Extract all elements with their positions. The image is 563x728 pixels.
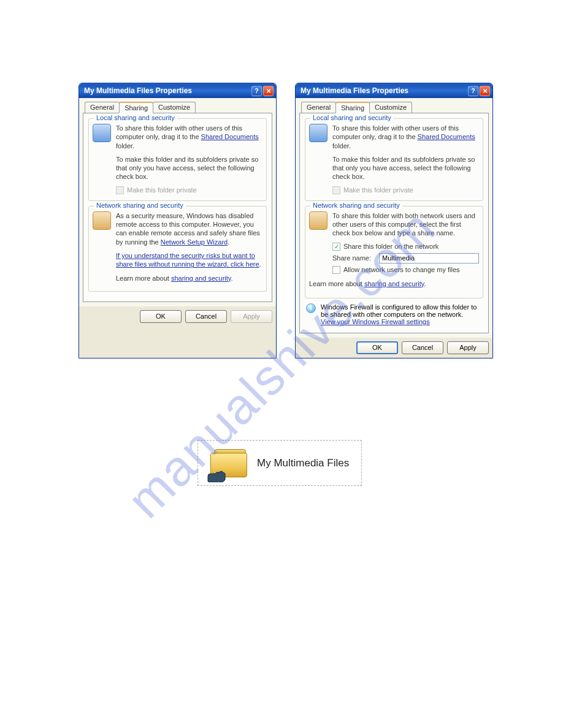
sharing-security-link[interactable]: sharing and security — [171, 275, 231, 282]
private-checkbox — [332, 186, 340, 194]
share-checkbox-row: ✓ Share this folder on the network — [332, 243, 479, 251]
tab-sharing[interactable]: Sharing — [335, 102, 370, 113]
network-risk-link-row: If you understand the security risks but… — [116, 251, 262, 269]
shared-folder-box: My Multimedia Files — [197, 440, 362, 486]
titlebar-right: My Multimedia Files Properties ? ✕ — [296, 83, 492, 98]
firewall-info-text: Windows Firewall is configured to allow … — [321, 303, 482, 318]
private-checkbox-row-right: Make this folder private — [332, 186, 479, 194]
info-icon: i — [306, 303, 316, 313]
tabs-left: General Sharing Customize — [85, 102, 272, 113]
dialogs-row: My Multimedia Files Properties ? ✕ Gener… — [79, 83, 493, 358]
learn-row-right: Learn more about sharing and security. — [309, 280, 479, 287]
title-text: My Multimedia Files Properties — [84, 86, 251, 95]
group-network-title: Network sharing and security — [94, 202, 186, 209]
share-folder-label: Share this folder on the network — [343, 243, 439, 250]
cancel-button[interactable]: Cancel — [402, 341, 443, 354]
tab-panel-right: Local sharing and security To share this… — [299, 113, 489, 333]
dialog-left: My Multimedia Files Properties ? ✕ Gener… — [79, 83, 277, 358]
tab-sharing[interactable]: Sharing — [119, 102, 153, 113]
group-local-title-right: Local sharing and security — [310, 114, 394, 121]
shared-documents-link[interactable]: Shared Documents — [201, 133, 259, 140]
learn-b: . — [231, 275, 233, 282]
help-button[interactable]: ? — [468, 86, 478, 96]
firewall-settings-link[interactable]: View your Windows Firewall settings — [321, 318, 430, 325]
titlebar-buttons: ? ✕ — [251, 86, 274, 96]
network-line1-right: To share this folder with both network u… — [332, 211, 479, 238]
cancel-button[interactable]: Cancel — [185, 310, 227, 323]
close-button[interactable]: ✕ — [480, 86, 490, 96]
allow-change-checkbox[interactable] — [332, 266, 340, 274]
tab-panel-left: Local sharing and security To share this… — [83, 113, 272, 302]
dialog-buttons-left: OK Cancel Apply — [79, 306, 276, 327]
close-button[interactable]: ✕ — [263, 86, 274, 96]
allow-change-row: Allow network users to change my files — [332, 266, 479, 274]
tab-general[interactable]: General — [301, 102, 336, 113]
ok-button[interactable]: OK — [356, 341, 398, 354]
allow-change-label: Allow network users to change my files — [343, 266, 460, 273]
local-line1: To share this folder with other users of… — [116, 124, 262, 150]
title-text-right: My Multimedia Files Properties — [301, 86, 468, 95]
private-checkbox-label: Make this folder private — [127, 186, 197, 194]
titlebar-buttons-right: ? ✕ — [468, 86, 490, 96]
share-without-wizard-link[interactable]: If you understand the security risks but… — [116, 252, 259, 268]
titlebar-left: My Multimedia Files Properties ? ✕ — [79, 83, 276, 98]
group-local-right: Local sharing and security To share this… — [305, 118, 483, 201]
share-folder-checkbox[interactable]: ✓ — [332, 243, 340, 251]
network-icon — [309, 211, 327, 230]
learn-b-right: . — [424, 280, 426, 287]
learn-a: Learn more about — [116, 275, 171, 282]
network-link2b: . — [259, 260, 261, 268]
learn-row-left: Learn more about sharing and security. — [116, 274, 262, 282]
network-line1b: . — [228, 238, 229, 246]
help-button[interactable]: ? — [251, 86, 262, 96]
group-network-right: Network sharing and security To share th… — [305, 206, 483, 298]
share-name-label: Share name: — [332, 254, 375, 262]
computer-icon — [93, 124, 111, 142]
firewall-info-row: i Windows Firewall is configured to allo… — [306, 303, 482, 325]
group-local-left: Local sharing and security To share this… — [88, 118, 267, 201]
network-icon — [93, 211, 111, 230]
shared-folder-label: My Multimedia Files — [257, 457, 349, 469]
learn-a-right: Learn more about — [309, 280, 364, 287]
local-line2-right: To make this folder and its subfolders p… — [332, 155, 479, 181]
local-line1b: folder. — [116, 142, 134, 150]
dialog-body-right: General Sharing Customize Local sharing … — [296, 98, 492, 338]
share-name-row: Share name: — [332, 253, 479, 264]
network-wizard-link[interactable]: Network Setup Wizard — [161, 238, 228, 246]
dialog-body-left: General Sharing Customize Local sharing … — [79, 98, 276, 306]
private-checkbox — [116, 186, 124, 194]
share-name-input[interactable] — [379, 253, 479, 264]
network-line1: As a security measure, Windows has disab… — [116, 211, 262, 246]
group-network-title-right: Network sharing and security — [310, 202, 402, 209]
tabs-right: General Sharing Customize — [301, 102, 489, 113]
dialog-buttons-right: OK Cancel Apply — [296, 338, 492, 358]
apply-button: Apply — [231, 310, 272, 323]
apply-button[interactable]: Apply — [447, 341, 489, 354]
local-line1-right: To share this folder with other users of… — [332, 124, 479, 150]
private-checkbox-row: Make this folder private — [116, 186, 262, 194]
shared-folder-icon — [210, 448, 248, 479]
local-line1b-right: folder. — [332, 142, 351, 150]
firewall-info-text-block: Windows Firewall is configured to allow … — [321, 303, 482, 325]
dialog-right: My Multimedia Files Properties ? ✕ Gener… — [295, 83, 493, 358]
ok-button[interactable]: OK — [140, 310, 182, 323]
shared-documents-link[interactable]: Shared Documents — [418, 133, 475, 140]
local-line2: To make this folder and its subfolders p… — [116, 155, 262, 181]
private-checkbox-label: Make this folder private — [343, 186, 413, 194]
tab-general[interactable]: General — [85, 102, 120, 113]
group-network-left: Network sharing and security As a securi… — [88, 206, 267, 292]
tab-customize[interactable]: Customize — [369, 102, 412, 113]
group-local-title: Local sharing and security — [94, 114, 177, 121]
computer-icon — [309, 124, 327, 142]
sharing-security-link[interactable]: sharing and security — [364, 280, 424, 287]
tab-customize[interactable]: Customize — [153, 102, 196, 113]
hand-icon — [207, 469, 226, 482]
